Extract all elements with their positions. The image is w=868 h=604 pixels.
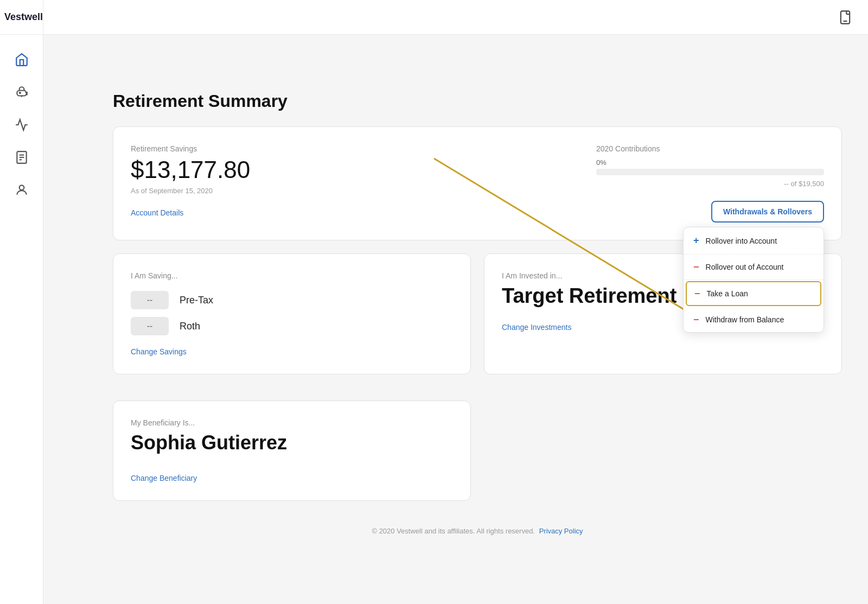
progress-of: -- of $19,500 xyxy=(596,180,824,188)
dropdown-item-label-take-loan: Take a Loan xyxy=(707,289,748,298)
svg-point-5 xyxy=(19,92,20,93)
logo-area: V Vestwell xyxy=(0,0,43,35)
dropdown-item-rollover-in[interactable]: + Rollover into Account xyxy=(684,227,824,255)
savings-label: Retirement Savings xyxy=(131,144,250,153)
dropdown-item-label-rollover-in: Rollover into Account xyxy=(706,237,777,245)
withdrawals-rollovers-button[interactable]: Withdrawals & Rollovers xyxy=(711,201,824,222)
saving-row-pretax: -- Pre-Tax xyxy=(131,291,453,309)
savings-date: As of September 15, 2020 xyxy=(131,187,250,195)
brand-name: Vestwell xyxy=(4,11,43,23)
header: V Vestwell xyxy=(0,0,868,35)
sidebar-bottom xyxy=(8,589,36,604)
footer-text: © 2020 Vestwell and its affiliates. All … xyxy=(372,527,535,535)
saving-dash-roth: -- xyxy=(131,317,169,335)
beneficiary-name: Sophia Gutierrez xyxy=(131,431,453,454)
minus-icon-1: − xyxy=(693,262,699,272)
saving-type-roth: Roth xyxy=(180,321,200,332)
mobile-icon-button[interactable] xyxy=(835,8,855,27)
minus-icon-3: − xyxy=(693,315,699,325)
dropdown-item-rollover-out[interactable]: − Rollover out of Account xyxy=(684,255,824,280)
change-savings-link[interactable]: Change Savings xyxy=(131,347,187,356)
progress-bar-container xyxy=(596,169,824,175)
retirement-savings-card: Retirement Savings $13,177.80 As of Sept… xyxy=(113,126,842,240)
dropdown-item-withdraw[interactable]: − Withdraw from Balance xyxy=(684,307,824,332)
sidebar-item-savings[interactable] xyxy=(8,78,36,106)
saving-card: I Am Saving... -- Pre-Tax -- Roth Change… xyxy=(113,253,471,374)
privacy-link[interactable]: Privacy Policy xyxy=(539,527,583,535)
beneficiary-label: My Beneficiary Is... xyxy=(131,418,453,427)
sidebar-item-home[interactable] xyxy=(8,46,36,74)
saving-dash-pretax: -- xyxy=(131,291,169,309)
header-right xyxy=(835,8,855,27)
sidebar-item-chart[interactable] xyxy=(8,111,36,139)
page-title: Retirement Summary xyxy=(113,91,842,111)
savings-amount: $13,177.80 xyxy=(131,156,250,183)
sidebar-item-documents[interactable] xyxy=(8,143,36,171)
contributions-label: 2020 Contributions xyxy=(596,144,824,153)
svg-point-10 xyxy=(19,185,24,190)
change-investments-link[interactable]: Change Investments xyxy=(502,323,571,332)
dropdown-item-label-withdraw: Withdraw from Balance xyxy=(706,315,784,324)
withdrawals-dropdown: + Rollover into Account − Rollover out o… xyxy=(683,227,824,333)
dropdown-item-label-rollover-out: Rollover out of Account xyxy=(706,263,784,271)
plus-icon: + xyxy=(693,235,699,246)
saving-type-pretax: Pre-Tax xyxy=(180,295,213,306)
change-beneficiary-link[interactable]: Change Beneficiary xyxy=(131,474,197,482)
beneficiary-row: My Beneficiary Is... Sophia Gutierrez Ch… xyxy=(113,400,842,514)
minus-icon-2: − xyxy=(694,289,700,298)
main-content: Retirement Summary Retirement Savings $1… xyxy=(87,69,868,604)
beneficiary-card: My Beneficiary Is... Sophia Gutierrez Ch… xyxy=(113,400,471,501)
savings-section: Retirement Savings $13,177.80 As of Sept… xyxy=(131,144,250,218)
dropdown-item-take-loan[interactable]: − Take a Loan xyxy=(686,281,821,306)
sidebar-item-help[interactable] xyxy=(8,600,36,604)
account-details-link[interactable]: Account Details xyxy=(131,208,183,217)
saving-card-label: I Am Saving... xyxy=(131,271,453,280)
sidebar-nav xyxy=(8,35,36,589)
sidebar xyxy=(0,35,43,604)
beneficiary-empty-col xyxy=(484,400,842,514)
contributions-section: 2020 Contributions 0% -- of $19,500 With… xyxy=(596,144,824,222)
sidebar-item-profile[interactable] xyxy=(8,176,36,204)
footer: © 2020 Vestwell and its affiliates. All … xyxy=(113,527,842,535)
progress-percent: 0% xyxy=(596,158,824,167)
saving-row-roth: -- Roth xyxy=(131,317,453,335)
svg-rect-1 xyxy=(841,11,850,23)
